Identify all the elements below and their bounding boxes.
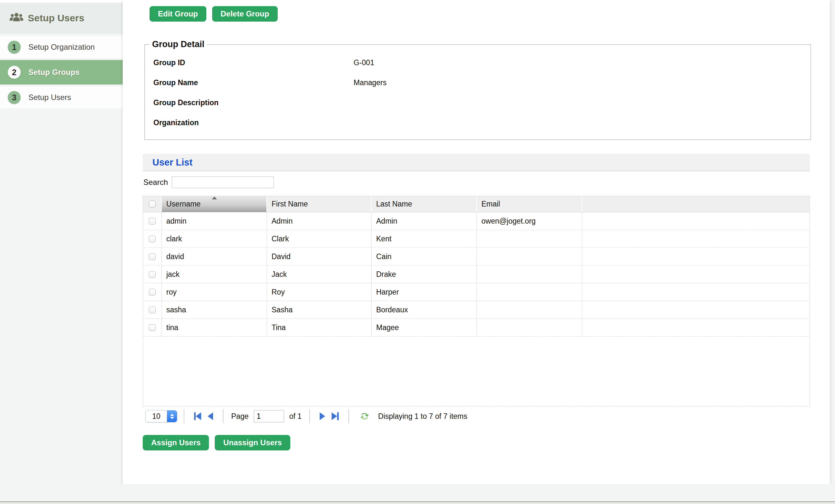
group-id-value: G-001 — [353, 58, 374, 67]
column-header-email[interactable]: Email — [477, 196, 582, 212]
sort-ascending-icon — [212, 196, 217, 200]
cell-username: jack — [162, 266, 267, 283]
row-checkbox-cell — [143, 283, 162, 301]
delete-group-button[interactable]: Delete Group — [212, 6, 278, 22]
group-name-label: Group Name — [154, 78, 353, 87]
cell-email — [477, 319, 582, 336]
table-row[interactable]: david David Cain — [143, 248, 810, 266]
cell-last-name: Harper — [372, 283, 477, 301]
cell-email — [477, 301, 582, 318]
cell-first-name: Clark — [267, 230, 372, 248]
sidebar-item-setup-users[interactable]: 3 Setup Users — [0, 86, 123, 108]
group-detail-legend: Group Detail — [149, 39, 207, 49]
group-detail-panel: Group Detail Group ID G-001 Group Name M… — [144, 39, 811, 140]
row-checkbox[interactable] — [149, 253, 156, 260]
cell-email — [477, 266, 582, 283]
column-header-username[interactable]: Username — [162, 196, 267, 212]
sidebar-item-setup-groups[interactable]: 2 Setup Groups — [0, 60, 123, 85]
search-input[interactable] — [172, 176, 274, 188]
column-header-label: Email — [482, 200, 500, 208]
user-table-body: admin Admin Admin owen@joget.org clark C… — [143, 212, 810, 337]
cell-username: sasha — [162, 301, 267, 318]
group-name-value: Managers — [353, 78, 387, 87]
cell-first-name: David — [267, 248, 372, 265]
pagination-bar: 10 Page of 1 — [143, 408, 810, 425]
cell-username: david — [162, 248, 267, 265]
group-id-label: Group ID — [154, 58, 353, 67]
row-checkbox-cell — [143, 248, 162, 265]
cell-filler — [582, 319, 810, 336]
field-row-organization: Organization — [145, 112, 811, 133]
page-size-value: 10 — [146, 412, 167, 421]
field-row-group-id: Group ID G-001 — [145, 52, 811, 72]
group-toolbar: Edit Group Delete Group — [149, 6, 278, 22]
edit-group-button[interactable]: Edit Group — [149, 6, 206, 22]
column-header-last-name[interactable]: Last Name — [372, 196, 477, 212]
column-header-label: First Name — [271, 200, 308, 208]
select-all-cell — [143, 196, 162, 212]
cell-first-name: Sasha — [267, 301, 372, 318]
column-header-filler — [582, 196, 810, 212]
cell-filler — [582, 230, 810, 248]
cell-email: owen@joget.org — [477, 212, 582, 230]
sidebar-title: Setup Users — [28, 13, 84, 24]
table-row[interactable]: clark Clark Kent — [143, 230, 810, 248]
step-3-badge: 3 — [8, 91, 21, 104]
cell-email — [477, 230, 582, 248]
main-content-card: Edit Group Delete Group Group Detail Gro… — [123, 0, 830, 484]
unassign-users-button[interactable]: Unassign Users — [215, 435, 290, 450]
user-list-section: User List Search Username First Name — [143, 154, 810, 425]
next-page-button[interactable] — [320, 412, 325, 420]
refresh-button[interactable] — [359, 411, 370, 421]
table-row[interactable]: jack Jack Drake — [143, 266, 810, 283]
column-header-label: Last Name — [376, 200, 412, 208]
row-checkbox[interactable] — [149, 307, 156, 313]
column-header-first-name[interactable]: First Name — [267, 196, 372, 212]
cell-username: roy — [162, 283, 267, 301]
pager-separator — [223, 409, 223, 423]
row-checkbox[interactable] — [149, 218, 156, 225]
row-checkbox[interactable] — [149, 271, 156, 278]
row-checkbox[interactable] — [149, 289, 156, 296]
pager-separator — [309, 409, 310, 423]
sidebar-item-label: Setup Users — [28, 93, 71, 102]
cell-filler — [582, 212, 810, 230]
row-checkbox[interactable] — [149, 235, 156, 242]
cell-email — [477, 248, 582, 265]
page-of-label: of 1 — [289, 412, 302, 421]
cell-first-name: Tina — [267, 319, 372, 336]
table-row[interactable]: roy Roy Harper — [143, 283, 810, 301]
page: Setup Users 1 Setup Organization 2 Setup… — [0, 0, 835, 504]
table-row[interactable]: tina Tina Magee — [143, 319, 810, 337]
cell-filler — [582, 283, 810, 301]
select-all-checkbox[interactable] — [149, 201, 156, 208]
pager-separator — [184, 409, 184, 423]
sidebar-top-strip — [0, 0, 123, 3]
field-row-group-name: Group Name Managers — [145, 72, 811, 92]
table-row[interactable]: sasha Sasha Bordeaux — [143, 301, 810, 319]
setup-steps-menu: 1 Setup Organization 2 Setup Groups 3 Se… — [0, 36, 123, 108]
page-footer — [0, 484, 835, 504]
row-checkbox-cell — [143, 266, 162, 283]
cell-last-name: Kent — [372, 230, 477, 248]
cell-last-name: Magee — [372, 319, 477, 336]
prev-page-button[interactable] — [208, 412, 213, 420]
row-checkbox[interactable] — [149, 324, 156, 331]
user-actions: Assign Users Unassign Users — [143, 435, 290, 450]
assign-users-button[interactable]: Assign Users — [143, 435, 209, 450]
table-row[interactable]: admin Admin Admin owen@joget.org — [143, 212, 810, 230]
first-page-button[interactable] — [194, 412, 201, 420]
footer-divider — [0, 501, 835, 504]
page-number-input[interactable] — [254, 410, 284, 422]
sidebar-item-setup-organization[interactable]: 1 Setup Organization — [0, 36, 123, 58]
page-size-select[interactable]: 10 — [145, 410, 177, 422]
field-row-group-description: Group Description — [145, 92, 811, 112]
user-list-titlebar: User List — [143, 154, 810, 171]
last-page-button[interactable] — [332, 412, 339, 420]
next-page-icon — [320, 412, 325, 420]
organization-label: Organization — [154, 119, 353, 127]
step-2-badge: 2 — [8, 66, 21, 79]
cell-last-name: Drake — [372, 266, 477, 283]
sidebar: Setup Users 1 Setup Organization 2 Setup… — [0, 0, 123, 484]
step-1-badge: 1 — [8, 41, 21, 54]
